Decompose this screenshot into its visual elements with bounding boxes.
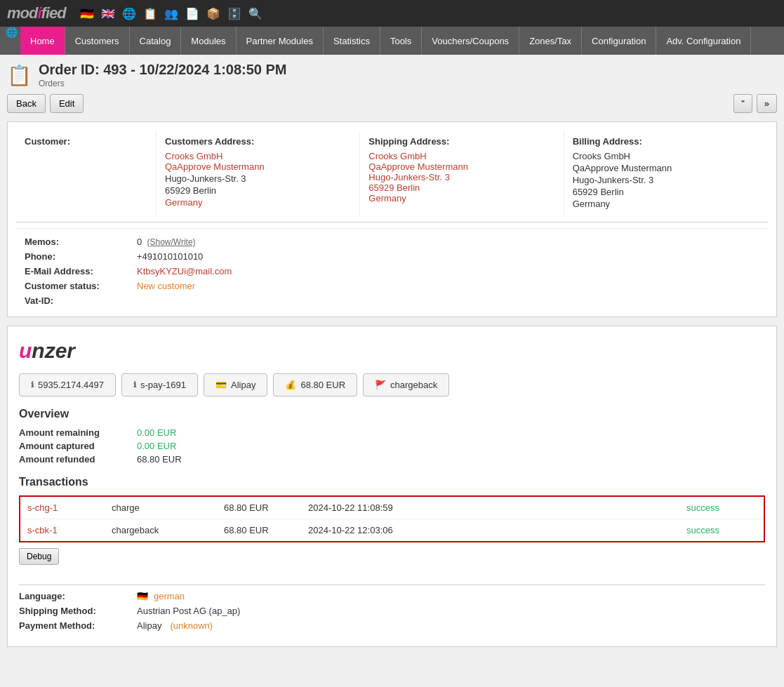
pill-alipay[interactable]: 💳 Alipay [204,373,267,396]
pill-chargeback[interactable]: 🚩 chargeback [363,373,449,396]
pill-payment-id-label: s-pay-1691 [140,380,186,390]
customer-country-link[interactable]: Germany [165,197,351,208]
debug-button[interactable]: Debug [19,548,59,565]
action-buttons: Back Edit " » [7,94,777,113]
package-icon[interactable]: 📦 [205,6,222,20]
memos-row: Memos: 0 (Show/Write) [16,234,768,249]
edit-button[interactable]: Edit [50,94,84,113]
amount-captured-row: Amount captured 0.00 EUR [19,441,765,451]
nav-bar: 🌐 Home Customers Catalog Modules Partner… [0,27,784,55]
memos-link[interactable]: (Show/Write) [147,237,195,247]
docs-icon[interactable]: 📄 [184,6,201,20]
tx-amount-2: 68.80 EUR [224,525,308,535]
unzer-logo: unzer [19,338,765,363]
shipping-row: Shipping Method: Austrian Post AG (ap_ap… [19,606,765,616]
page-title: Order ID: 493 - 10/22/2024 1:08:50 PM [39,62,287,78]
customers-icon[interactable]: 👥 [163,6,180,20]
language-flag-icon: 🇩🇪 [137,591,148,601]
shipping-company-link[interactable]: Crooks GmbH [368,151,554,161]
payment-label: Payment Method: [19,620,131,631]
amount-refunded-value: 68.80 EUR [137,454,182,465]
nav-item-customers[interactable]: Customers [65,27,130,55]
memos-count: 0 [137,236,142,247]
back-button[interactable]: Back [7,94,46,113]
shipping-country-link[interactable]: Germany [368,193,554,204]
prev-button[interactable]: " [733,94,752,113]
nav-item-home[interactable]: Home [20,27,65,55]
pill-alipay-icon: 💳 [215,380,227,390]
pill-payment-id[interactable]: ℹ s-pay-1691 [121,373,198,396]
search-icon[interactable]: 🔍 [247,6,264,20]
vatid-label: Vat-ID: [25,295,137,306]
info-grid: Customer: Customers Address: Crooks GmbH… [16,131,768,216]
language-value[interactable]: german [154,591,185,601]
database-icon[interactable]: 🗄️ [226,6,243,20]
customer-label-section: Customer: [16,131,157,216]
customer-company-link[interactable]: Crooks GmbH [165,151,351,161]
billing-company: Crooks GmbH [573,151,759,161]
table-row: s-chg-1 charge 68.80 EUR 2024-10-22 11:0… [20,497,764,519]
customers-address-section: Customers Address: Crooks GmbH QaApprove… [157,131,360,216]
tx-id-2[interactable]: s-cbk-1 [27,525,112,535]
pill-amount-icon: 💰 [285,380,296,390]
tx-id-1[interactable]: s-chg-1 [27,502,112,513]
nav-item-adv-config[interactable]: Adv. Configuration [656,27,751,55]
pill-info-icon-1: ℹ [31,380,34,389]
page-title-block: Order ID: 493 - 10/22/2024 1:08:50 PM Or… [39,62,287,88]
globe-icon[interactable]: 🌐 [121,6,138,20]
flag-en-icon[interactable]: 🇬🇧 [100,6,117,20]
pill-amount[interactable]: 💰 68.80 EUR [273,373,357,396]
status-value: New customer [137,281,195,291]
nav-item-catalog[interactable]: Catalog [130,27,182,55]
next-button[interactable]: » [757,94,777,113]
billing-name: QaApprove Mustermann [573,163,759,173]
shipping-name-link[interactable]: QaApprove Mustermann [368,161,554,172]
billing-postal-city: 65929 Berlin [573,187,759,197]
main-content: 📋 Order ID: 493 - 10/22/2024 1:08:50 PM … [0,55,784,662]
nav-item-partner-modules[interactable]: Partner Modules [237,27,324,55]
tx-type-2: chargeback [112,525,224,535]
phone-row: Phone: +491010101010 [16,249,768,264]
payment-sub: (unknown) [170,620,213,631]
nav-flag-icon: 🌐 [0,27,18,55]
billing-address-section: Billing Address: Crooks GmbH QaApprove M… [564,131,768,216]
nav-item-vouchers[interactable]: Vouchers/Coupons [422,27,519,55]
top-icons: 🇩🇪 🇬🇧 🌐 📋 👥 📄 📦 🗄️ 🔍 [79,6,264,20]
shipping-label: Shipping Method: [19,606,131,616]
flag-de-icon[interactable]: 🇩🇪 [79,6,95,20]
tx-status-2: success [686,525,757,535]
amount-captured-label: Amount captured [19,441,131,451]
customer-name-link[interactable]: QaApprove Mustermann [165,161,351,172]
page-header: 📋 Order ID: 493 - 10/22/2024 1:08:50 PM … [7,62,777,88]
amount-refunded-label: Amount refunded [19,454,131,465]
email-value[interactable]: KtbsyKYZUi@mail.com [137,266,232,276]
pill-alipay-label: Alipay [231,380,255,390]
shipping-street-link[interactable]: Hugo-Junkers-Str. 3 [368,172,554,182]
language-label: Language: [19,591,131,601]
footer-info: Language: 🇩🇪 german Shipping Method: Aus… [19,591,765,631]
nav-item-modules[interactable]: Modules [181,27,236,55]
customer-postal-city: 65929 Berlin [165,185,351,196]
nav-item-zones-tax[interactable]: Zones/Tax [519,27,582,55]
email-label: E-Mail Address: [25,266,137,276]
nav-item-tools[interactable]: Tools [380,27,422,55]
shipping-city-link[interactable]: 65929 Berlin [368,182,554,193]
transactions-section: Transactions s-chg-1 charge 68.80 EUR 20… [19,476,765,573]
billing-street: Hugo-Junkers-Str. 3 [573,175,759,185]
vatid-row: Vat-ID: [16,293,768,308]
shipping-address-section: Shipping Address: Crooks GmbH QaApprove … [360,131,564,216]
payment-row: Payment Method: Alipay (unknown) [19,620,765,631]
tx-type-1: charge [112,502,224,513]
tx-date-2: 2024-10-22 12:03:06 [308,525,686,535]
shipping-value: Austrian Post AG (ap_ap) [137,606,240,616]
customer-street: Hugo-Junkers-Str. 3 [165,173,351,184]
shipping-address-label: Shipping Address: [368,136,554,147]
nav-item-statistics[interactable]: Statistics [324,27,380,55]
pill-info-icon-2: ℹ [133,380,136,389]
phone-label: Phone: [25,251,137,262]
table-row: s-cbk-1 chargeback 68.80 EUR 2024-10-22 … [20,519,764,541]
nav-item-configuration[interactable]: Configuration [582,27,656,55]
top-bar: modified 🇩🇪 🇬🇧 🌐 📋 👥 📄 📦 🗄️ 🔍 [0,0,784,27]
orders-icon[interactable]: 📋 [142,6,159,20]
pill-transaction-id[interactable]: ℹ 5935.2174.4497 [19,373,116,396]
